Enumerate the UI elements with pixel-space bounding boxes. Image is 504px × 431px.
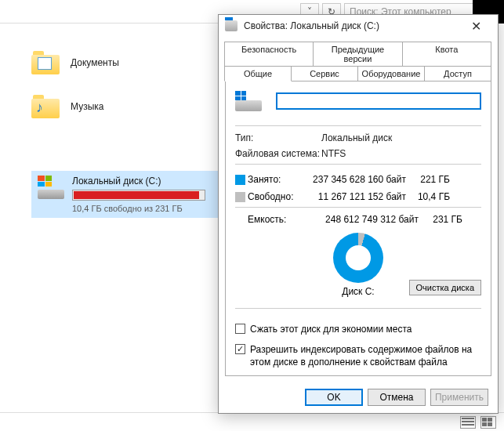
type-value: Локальный диск xyxy=(321,132,481,143)
capacity-gb: 231 ГБ xyxy=(423,214,462,225)
tab-quota[interactable]: Квота xyxy=(402,42,491,67)
folder-icon: ♪ xyxy=(31,95,60,118)
drive-name-input[interactable] xyxy=(276,92,481,110)
used-bytes: 237 345 628 160 байт xyxy=(309,174,411,185)
index-checkbox-row[interactable]: ✓ Разрешить индексировать содержимое фай… xyxy=(235,343,481,368)
compress-label: Сжать этот диск для экономии места xyxy=(250,323,412,335)
tabs-row-1: Безопасность Предыдущие версии Квота xyxy=(225,42,491,67)
free-bytes: 11 267 121 152 байт xyxy=(309,191,411,202)
drive-item-c[interactable]: Локальный диск (C:) 10,4 ГБ свободно из … xyxy=(31,171,237,218)
checkbox-checked-icon: ✓ xyxy=(235,344,245,354)
dialog-titlebar[interactable]: Свойства: Локальный диск (C:) ✕ xyxy=(219,15,498,37)
used-gb: 221 ГБ xyxy=(411,174,450,185)
close-button[interactable]: ✕ xyxy=(460,15,491,37)
usage-donut-chart xyxy=(333,233,383,283)
free-color-swatch xyxy=(235,192,245,202)
disk-cleanup-button[interactable]: Очистка диска xyxy=(409,280,481,295)
apply-button[interactable]: Применить xyxy=(430,389,488,406)
filesystem-value: NTFS xyxy=(321,148,481,159)
folder-label: Музыка xyxy=(71,101,103,112)
capacity-bytes: 248 612 749 312 байт xyxy=(321,214,423,225)
drive-icon xyxy=(235,91,262,111)
view-list-button[interactable] xyxy=(460,416,476,429)
tabs-row-2: Общие Сервис Оборудование Доступ xyxy=(225,66,491,81)
index-label: Разрешить индексировать содержимое файло… xyxy=(250,343,481,368)
donut-label: Диск C: xyxy=(342,286,374,297)
tab-general[interactable]: Общие xyxy=(224,66,292,81)
tabs-container: Безопасность Предыдущие версии Квота Общ… xyxy=(219,37,498,81)
compress-checkbox-row[interactable]: Сжать этот диск для экономии места xyxy=(235,323,481,335)
tab-sharing[interactable]: Доступ xyxy=(424,66,491,81)
tab-security[interactable]: Безопасность xyxy=(224,42,314,67)
drive-icon xyxy=(38,176,64,199)
used-label: Занято: xyxy=(248,174,309,185)
dialog-button-bar: OK Отмена Применить xyxy=(219,382,498,414)
drive-usage-bar xyxy=(72,190,205,201)
checkbox-icon xyxy=(235,324,245,334)
view-grid-button[interactable] xyxy=(480,416,496,429)
free-gb: 10,4 ГБ xyxy=(411,191,450,202)
ok-button[interactable]: OK xyxy=(305,389,363,406)
dialog-title: Свойства: Локальный диск (C:) xyxy=(244,20,460,31)
type-label: Тип: xyxy=(235,132,321,143)
filesystem-label: Файловая система: xyxy=(235,148,321,159)
drive-info: Локальный диск (C:) 10,4 ГБ свободно из … xyxy=(72,176,230,213)
tab-hardware[interactable]: Оборудование xyxy=(357,66,425,81)
tab-previous-versions[interactable]: Предыдущие версии xyxy=(313,42,402,67)
folder-icon xyxy=(31,51,60,74)
explorer-statusbar xyxy=(0,412,504,431)
tab-tools[interactable]: Сервис xyxy=(291,66,358,81)
folder-label: Документы xyxy=(71,57,119,68)
drive-title: Локальный диск (C:) xyxy=(72,176,230,187)
drive-subtitle: 10,4 ГБ свободно из 231 ГБ xyxy=(72,204,230,213)
properties-dialog: Свойства: Локальный диск (C:) ✕ Безопасн… xyxy=(218,14,499,414)
capacity-label: Емкость: xyxy=(248,214,321,225)
free-label: Свободно: xyxy=(248,191,309,202)
used-color-swatch xyxy=(235,175,245,185)
cancel-button[interactable]: Отмена xyxy=(368,389,426,406)
drive-icon xyxy=(225,20,237,31)
tab-panel-general: Тип: Локальный диск Файловая система: NT… xyxy=(225,81,491,376)
